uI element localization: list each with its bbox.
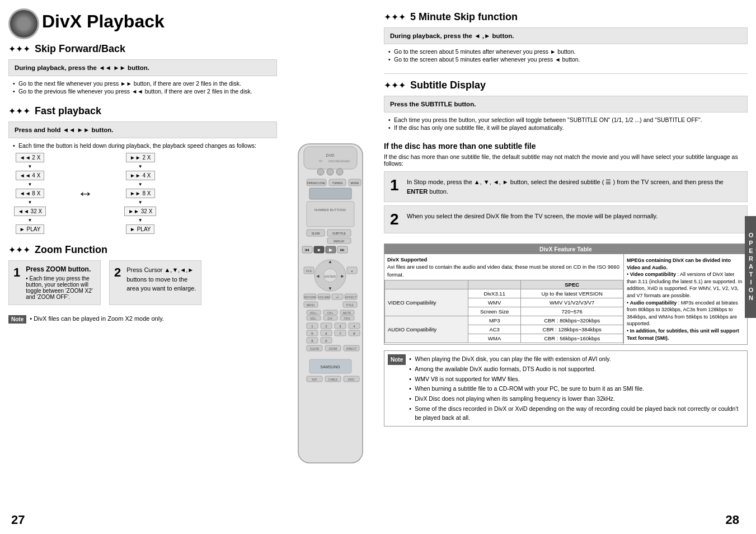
skip-bullets: Go to the next file whenever you press ►… (8, 79, 277, 95)
svg-point-7 (336, 168, 343, 175)
svg-text:►: ► (340, 274, 345, 279)
speed-r4: ►► 32 X (124, 207, 156, 216)
svg-text:CH+: CH+ (327, 311, 333, 315)
subtitle-bullet-1: Each time you press the button, your sel… (388, 116, 748, 124)
skip5-star-icon: ✦✦✦ (384, 12, 406, 22)
format-screen: Screen Size (468, 307, 520, 316)
bottom-note-bullets: When playing the DivX disk, you can play… (409, 354, 744, 423)
col-spec: SPEC (521, 280, 623, 289)
note-b5: DivX Disc does not playing when its samp… (409, 394, 744, 404)
feature-table-content: DivX Supported Avi files are used to con… (384, 254, 747, 344)
svg-text:REPLAY: REPLAY (334, 240, 345, 243)
speed-l4: ◄◄ 32 X (14, 207, 46, 216)
ifdisc-step2-text: When you select the desired DivX file fr… (407, 212, 658, 221)
arrow-r2: ▼ (138, 182, 143, 187)
svg-text:▲: ▲ (328, 259, 332, 264)
subtitle-bullet-2: If the disc has only one subtitle file, … (388, 124, 748, 132)
speed-chart: ◄◄ 2 X ▼ ◄◄ 4 X ▼ ◄◄ 8 X ▼ ◄◄ 32 X ▼ ► P… (14, 153, 277, 234)
svg-text:VOL-: VOL- (310, 317, 317, 320)
svg-text:⏮: ⏮ (305, 247, 309, 252)
speed-l1: ◄◄ 2 X (16, 153, 45, 162)
remote-svg: DVD TV DVD RECEIVER OPEN/CLOSE TUNING MO… (290, 141, 371, 466)
ifdisc-step2-num: 2 (390, 212, 402, 227)
zoom-heading: Zoom Function (35, 244, 107, 256)
arrow-l3: ▼ (28, 200, 32, 205)
svg-text:CABLE: CABLE (328, 378, 338, 381)
svg-text:+/-: +/- (336, 296, 339, 299)
divider1 (384, 73, 748, 74)
svg-text:ENTER: ENTER (325, 275, 336, 278)
zoom-step2-num: 2 (114, 265, 121, 280)
format-mp3: MP3 (468, 316, 520, 325)
arrow-l2: ▼ (28, 182, 32, 187)
page-num-right: 28 (726, 513, 739, 527)
arrow-l4: ▼ (28, 218, 32, 223)
left-note: Note • DivX files can be played in Zoom … (8, 315, 277, 324)
spec-wma: CBR : 56kbps~160kbps (521, 334, 623, 343)
svg-text:FILE: FILE (306, 269, 312, 273)
svg-text:SLOW: SLOW (312, 232, 320, 235)
svg-point-5 (317, 168, 324, 175)
right-page: ✦✦✦ 5 Minute Skip function During playba… (375, 0, 756, 534)
zoom-step1-content: Press ZOOM button. • Each time you press… (26, 265, 96, 300)
skip5-bullet-2: Go to the screen about 5 minutes earlier… (388, 55, 748, 63)
skip-section: ✦✦✦ Skip Forward/Back During playback, p… (8, 43, 277, 95)
subtitle-title-row: ✦✦✦ Subtitle Display (384, 79, 748, 91)
svg-text:DISC: DISC (348, 378, 355, 381)
zoom-title-row: ✦✦✦ Zoom Function (8, 244, 277, 256)
zoom-section: ✦✦✦ Zoom Function 1 Press ZOOM button. •… (8, 244, 277, 305)
subtitle-section: ✦✦✦ Subtitle Display Press the SUBTITLE … (384, 79, 748, 132)
feature-table-title: DivX Feature Table (384, 244, 747, 254)
fast-section: ✦✦✦ Fast playback Press and hold ◄◄ ►► b… (8, 105, 277, 234)
skip5-title-row: ✦✦✦ 5 Minute Skip function (384, 11, 748, 23)
note-b3: WMV V8 is not supported for WMV files. (409, 374, 744, 385)
svg-text:TITLE: TITLE (346, 303, 354, 307)
arrow-l1: ▼ (28, 164, 32, 169)
note-b6: Some of the discs recorded in DivX or Xv… (409, 404, 744, 423)
bottom-note: Note When playing the DivX disk, you can… (384, 350, 748, 427)
svg-text:⏭: ⏭ (340, 247, 345, 252)
speed-col-left: ◄◄ 2 X ▼ ◄◄ 4 X ▼ ◄◄ 8 X ▼ ◄◄ 32 X ▼ ► P… (14, 153, 46, 234)
fast-bullet-1: Each time the button is held down during… (13, 142, 277, 149)
svg-text:◄: ◄ (316, 274, 320, 279)
feature-header-text: Avi files are used to contain the audio … (387, 264, 619, 277)
svg-text:■: ■ (318, 247, 321, 252)
svg-text:DVD RECEIVER: DVD RECEIVER (328, 160, 350, 163)
skip-instruction: During playback, press the ◄◄ ►► button. (15, 64, 271, 71)
speed-arrow-icon: ↔ (68, 153, 102, 234)
svg-point-6 (327, 168, 334, 175)
svg-text:▼: ▼ (328, 286, 332, 291)
svg-text:TV/V: TV/V (344, 317, 350, 320)
ifdisc-step1: 1 In Stop mode, press the ▲, ▼, ◄, ► but… (384, 171, 748, 202)
ifdisc-section: If the disc has more than one subtitle f… (384, 142, 748, 233)
feature-table: DivX Feature Table DivX Supported Avi fi… (384, 243, 748, 345)
svg-text:CH-: CH- (328, 317, 333, 320)
skip5-bullets: Go to the screen about 5 minutes after w… (384, 48, 748, 63)
skip-gray-box: During playback, press the ◄◄ ►► button. (8, 59, 277, 76)
format-divx: DivX3.11 (468, 289, 520, 298)
col-category (385, 280, 468, 289)
svg-text:CLEAR: CLEAR (310, 347, 320, 350)
specs-table: SPEC VIDEO Compatibility DivX3.11 Up to … (384, 280, 623, 343)
speed-r3: ►► 8 X (126, 189, 155, 198)
svg-rect-14 (309, 188, 351, 199)
note-b1: When playing the DivX disk, you can play… (409, 354, 744, 364)
ifdisc-step2: 2 When you select the desired DivX file … (384, 205, 748, 233)
fast-instruction: Press and hold ◄◄ ►► button. (15, 127, 271, 133)
page-num-left: 27 (11, 513, 25, 527)
svg-text:DIRECT: DIRECT (346, 347, 357, 350)
svg-text:EFFECT: EFFECT (345, 296, 356, 299)
skip5-heading: 5 Minute Skip function (410, 11, 518, 23)
fast-bullets: Each time the button is held down during… (8, 142, 277, 149)
svg-text:MODE: MODE (351, 181, 360, 185)
mpegs-title: MPEGs containing DivX can be divided int… (627, 257, 731, 270)
svg-text:SUBTITLE: SUBTITLE (332, 232, 346, 235)
svg-text:ZOOM: ZOOM (329, 347, 337, 350)
svg-text:TUNING: TUNING (332, 181, 342, 185)
subtitle-gray-box: Press the SUBTITLE button. (384, 96, 748, 113)
skip-title-row: ✦✦✦ Skip Forward/Back (8, 43, 277, 55)
format-ac3: AC3 (468, 325, 520, 334)
zoom-step1-num: 1 (13, 265, 20, 280)
fast-gray-box: Press and hold ◄◄ ►► button. (8, 121, 277, 138)
zoom-step1-main: Press ZOOM button. (26, 265, 96, 273)
